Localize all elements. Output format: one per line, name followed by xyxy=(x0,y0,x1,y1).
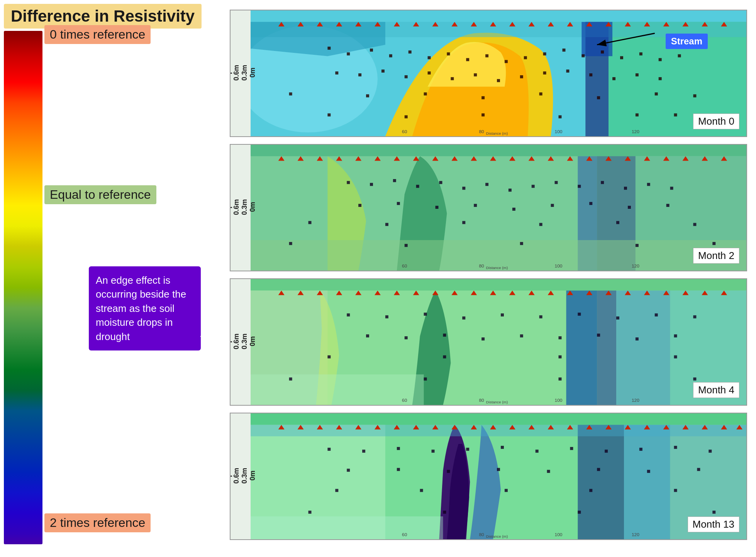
svg-text:100: 100 xyxy=(555,263,563,269)
svg-rect-71 xyxy=(655,92,658,95)
svg-rect-75 xyxy=(481,113,485,117)
svg-rect-132 xyxy=(397,202,400,205)
svg-rect-191 xyxy=(462,317,465,320)
svg-rect-148 xyxy=(520,242,523,245)
svg-rect-58 xyxy=(520,75,523,78)
svg-rect-263 xyxy=(674,446,677,449)
label-equal-reference: Equal to reference xyxy=(44,185,156,204)
month13-label: Month 13 xyxy=(688,516,739,532)
svg-rect-280 xyxy=(578,511,581,514)
svg-rect-137 xyxy=(589,202,592,205)
svg-rect-43 xyxy=(562,49,565,52)
svg-rect-59 xyxy=(543,71,546,74)
svg-text:120: 120 xyxy=(632,263,639,269)
svg-rect-201 xyxy=(481,337,485,340)
svg-rect-269 xyxy=(547,470,550,473)
svg-text:Distance (m): Distance (m) xyxy=(486,131,508,135)
svg-rect-163 xyxy=(251,374,424,405)
svg-rect-276 xyxy=(589,489,592,492)
svg-rect-195 xyxy=(616,317,619,320)
svg-text:80: 80 xyxy=(479,263,484,269)
svg-rect-190 xyxy=(424,313,427,316)
svg-rect-50 xyxy=(335,71,338,74)
svg-rect-211 xyxy=(289,378,292,381)
svg-rect-253 xyxy=(327,448,331,451)
svg-text:80: 80 xyxy=(479,398,484,403)
panel-month4: 3D Inverted Resistivity Section (ohm-m) xyxy=(230,278,747,406)
svg-rect-207 xyxy=(327,356,331,359)
svg-rect-127 xyxy=(601,181,604,184)
svg-rect-260 xyxy=(570,447,573,450)
svg-rect-143 xyxy=(539,223,542,226)
svg-rect-62 xyxy=(612,77,615,80)
svg-rect-76 xyxy=(559,115,562,119)
svg-text:100: 100 xyxy=(555,532,563,537)
svg-rect-122 xyxy=(485,183,488,186)
panel0-viz: 60 80 100 120 Distance (m) xyxy=(251,10,746,136)
month2-label: Month 2 xyxy=(693,248,739,264)
svg-rect-34 xyxy=(389,54,392,58)
svg-rect-141 xyxy=(385,223,388,226)
svg-rect-213 xyxy=(559,378,562,381)
svg-rect-258 xyxy=(501,446,504,449)
label-zero-times: 0 times reference xyxy=(44,25,151,44)
resistivity-colorbar xyxy=(4,31,42,544)
svg-rect-214 xyxy=(693,378,696,381)
svg-rect-121 xyxy=(462,187,465,190)
svg-rect-126 xyxy=(578,185,581,188)
svg-text:Distance (m): Distance (m) xyxy=(486,400,508,404)
svg-rect-147 xyxy=(405,244,408,247)
svg-rect-160 xyxy=(597,291,616,405)
svg-rect-117 xyxy=(370,183,373,186)
panel2-viz: Distance (m) 60 80 100 120 xyxy=(251,279,746,405)
svg-rect-267 xyxy=(447,470,450,473)
svg-rect-135 xyxy=(512,208,515,211)
svg-rect-138 xyxy=(628,206,631,209)
panel1-depth-label: Depth 0.6m 0.3m 0m xyxy=(231,145,251,271)
svg-rect-55 xyxy=(451,77,454,80)
svg-rect-124 xyxy=(532,185,535,188)
svg-rect-72 xyxy=(693,94,696,97)
svg-rect-262 xyxy=(639,448,642,451)
svg-rect-205 xyxy=(636,337,639,340)
svg-rect-204 xyxy=(597,334,600,337)
svg-rect-53 xyxy=(405,75,408,78)
svg-rect-142 xyxy=(462,221,465,224)
svg-rect-73 xyxy=(327,113,331,117)
svg-rect-275 xyxy=(505,489,508,492)
panel-month2: 3D Inverted Resistivity Section (ohm-m) xyxy=(230,144,747,271)
svg-rect-123 xyxy=(509,189,512,192)
svg-text:100: 100 xyxy=(555,129,563,134)
panel-month0: 3D Inverted Resistivity Section (ohm-m) xyxy=(230,10,747,137)
svg-rect-188 xyxy=(347,313,350,317)
svg-rect-161 xyxy=(616,291,670,405)
svg-rect-150 xyxy=(712,242,715,245)
svg-rect-199 xyxy=(405,336,408,339)
svg-rect-268 xyxy=(497,468,500,471)
svg-text:80: 80 xyxy=(479,532,484,537)
panel0-depth-label: Depth 0.6m 0.3m 0m xyxy=(231,10,251,136)
svg-rect-202 xyxy=(520,334,523,337)
svg-rect-130 xyxy=(670,187,673,190)
svg-rect-68 xyxy=(481,96,485,99)
panel3-viz: Distance (m) 60 80 100 120 xyxy=(251,413,746,539)
svg-rect-209 xyxy=(559,356,562,359)
svg-rect-271 xyxy=(647,470,650,473)
svg-text:60: 60 xyxy=(402,398,407,403)
svg-rect-39 xyxy=(485,54,488,58)
svg-rect-265 xyxy=(347,469,350,472)
svg-rect-270 xyxy=(597,468,600,471)
svg-rect-60 xyxy=(566,69,569,73)
panel-month13: 3D Inverted Resistivity Section (ohm-m) xyxy=(230,413,747,540)
svg-rect-278 xyxy=(309,511,312,514)
svg-rect-149 xyxy=(636,244,639,247)
svg-rect-203 xyxy=(559,336,562,339)
svg-rect-125 xyxy=(555,181,558,184)
panel1-viz: Distance (m) 60 80 100 120 xyxy=(251,145,746,271)
svg-rect-256 xyxy=(432,450,435,453)
svg-rect-196 xyxy=(655,313,658,317)
panels-container: 3D Inverted Resistivity Section (ohm-m) xyxy=(230,10,747,540)
svg-rect-49 xyxy=(678,54,681,58)
svg-rect-274 xyxy=(420,489,423,492)
svg-rect-116 xyxy=(347,181,350,184)
